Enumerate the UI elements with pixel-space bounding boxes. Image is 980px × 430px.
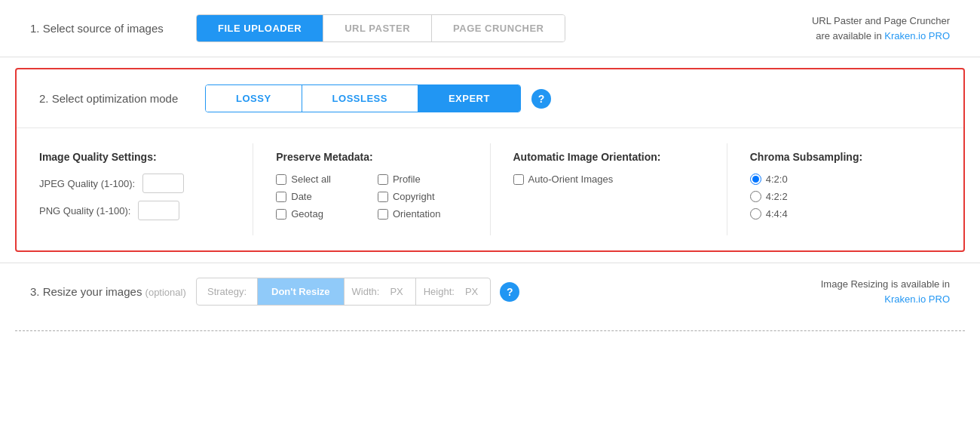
section-1-label: 1. Select source of images: [30, 22, 196, 35]
info-text-2: are available in: [816, 30, 881, 41]
chroma-title: Chroma Subsampling:: [750, 151, 941, 163]
checkbox-profile-input[interactable]: [378, 174, 388, 185]
jpeg-quality-input[interactable]: [142, 174, 184, 193]
tab-page-cruncher[interactable]: PAGE CRUNCHER: [432, 15, 565, 41]
resize-help-icon[interactable]: ?: [500, 282, 519, 302]
help-icon[interactable]: ?: [531, 89, 551, 109]
radio-420[interactable]: 4:2:0: [750, 174, 941, 185]
checkbox-orientation-label: Orientation: [393, 208, 441, 220]
section-3-info: Image Resizing is available in Kraken.io…: [821, 277, 950, 306]
dont-resize-button[interactable]: Don't Resize: [258, 278, 344, 305]
width-label: Width:: [344, 278, 387, 305]
png-quality-row: PNG Quality (1-100):: [39, 201, 230, 220]
section-2-content: Image Quality Settings: JPEG Quality (1-…: [17, 128, 963, 250]
resize-info-text: Image Resizing is available in: [821, 278, 950, 290]
auto-orient-title: Automatic Image Orientation:: [513, 151, 704, 163]
tab-lossless[interactable]: LOSSLESS: [302, 85, 418, 112]
checkbox-geotag-input[interactable]: [276, 209, 286, 220]
col-image-quality: Image Quality Settings: JPEG Quality (1-…: [17, 143, 253, 235]
info-text-1: URL Paster and Page Cruncher: [812, 15, 950, 26]
checkbox-date[interactable]: Date: [276, 191, 366, 202]
col-chroma: Chroma Subsampling: 4:2:0 4:2:2 4:4:4: [727, 143, 963, 235]
radio-422-label: 4:2:2: [766, 191, 788, 202]
resize-box: Strategy: Don't Resize Width: PX Height:…: [196, 278, 491, 306]
png-quality-input[interactable]: [138, 201, 179, 220]
checkbox-auto-orient-input[interactable]: [513, 174, 524, 185]
section-3: 3. Resize your images (optional) Strateg…: [0, 263, 980, 320]
resize-optional: (optional): [145, 287, 186, 298]
checkbox-auto-orient[interactable]: Auto-Orient Images: [513, 174, 704, 185]
radio-422-input[interactable]: [750, 191, 761, 202]
checkbox-copyright[interactable]: Copyright: [378, 191, 467, 202]
col-auto-orient: Automatic Image Orientation: Auto-Orient…: [491, 143, 727, 235]
checkbox-profile[interactable]: Profile: [378, 174, 467, 185]
checkbox-select-all[interactable]: Select all: [276, 174, 366, 185]
strategy-label: Strategy:: [197, 278, 258, 305]
checkbox-copyright-label: Copyright: [393, 191, 435, 202]
radio-420-input[interactable]: [750, 174, 761, 185]
bottom-divider: [15, 330, 965, 331]
preserve-metadata-title: Preserve Metadata:: [276, 151, 467, 163]
checkbox-geotag[interactable]: Geotag: [276, 208, 366, 220]
radio-422[interactable]: 4:2:2: [750, 191, 941, 202]
width-unit: PX: [387, 278, 415, 305]
pro-link-2[interactable]: Kraken.io PRO: [884, 293, 950, 305]
png-quality-label: PNG Quality (1-100):: [39, 205, 130, 217]
checkbox-date-label: Date: [291, 191, 311, 202]
checkbox-auto-orient-label: Auto-Orient Images: [528, 174, 614, 185]
checkbox-copyright-input[interactable]: [378, 192, 388, 202]
checkbox-select-all-label: Select all: [291, 174, 331, 185]
image-quality-title: Image Quality Settings:: [39, 151, 230, 163]
jpeg-quality-row: JPEG Quality (1-100):: [39, 174, 230, 193]
opt-tab-group: LOSSY LOSSLESS EXPERT: [205, 84, 521, 112]
jpeg-quality-label: JPEG Quality (1-100):: [39, 178, 135, 189]
tab-lossy[interactable]: LOSSY: [206, 85, 302, 112]
tab-expert[interactable]: EXPERT: [418, 85, 520, 112]
radio-444-label: 4:4:4: [766, 208, 788, 220]
height-unit: PX: [462, 278, 490, 305]
checkbox-select-all-input[interactable]: [276, 174, 286, 185]
tab-file-uploader[interactable]: FILE UPLOADER: [197, 15, 323, 41]
checkbox-date-input[interactable]: [276, 192, 286, 202]
checkbox-orientation-input[interactable]: [378, 209, 388, 220]
section-1-info: URL Paster and Page Cruncher are availab…: [812, 14, 950, 43]
section-3-label: 3. Resize your images (optional): [30, 285, 196, 298]
height-label: Height:: [415, 278, 462, 305]
section-2-wrapper: 2. Select optimization mode LOSSY LOSSLE…: [15, 68, 965, 252]
checkbox-geotag-label: Geotag: [291, 208, 323, 220]
metadata-grid: Select all Profile Date Copyright: [276, 174, 467, 220]
source-tab-group: FILE UPLOADER URL PASTER PAGE CRUNCHER: [196, 14, 565, 42]
pro-link-1[interactable]: Kraken.io PRO: [884, 30, 950, 41]
radio-420-label: 4:2:0: [766, 174, 788, 185]
section-1: 1. Select source of images FILE UPLOADER…: [0, 0, 980, 57]
col-preserve-metadata: Preserve Metadata: Select all Profile Da…: [253, 143, 490, 235]
section-2-label: 2. Select optimization mode: [39, 92, 205, 105]
tab-url-paster[interactable]: URL PASTER: [323, 15, 432, 41]
checkbox-profile-label: Profile: [393, 174, 421, 185]
radio-444[interactable]: 4:4:4: [750, 208, 941, 220]
section-2-header: 2. Select optimization mode LOSSY LOSSLE…: [17, 69, 963, 128]
checkbox-orientation[interactable]: Orientation: [378, 208, 467, 220]
radio-444-input[interactable]: [750, 208, 761, 220]
page-wrapper: 1. Select source of images FILE UPLOADER…: [0, 0, 980, 331]
resize-label: 3. Resize your images: [30, 285, 142, 298]
